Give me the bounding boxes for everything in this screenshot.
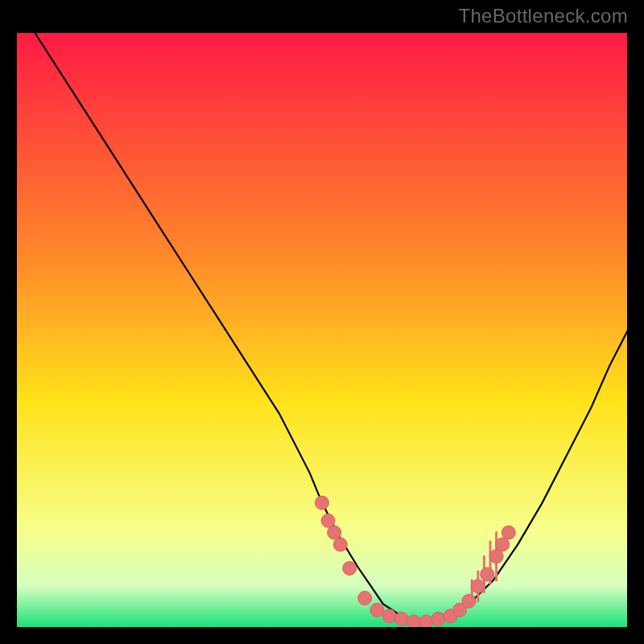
data-marker xyxy=(382,609,396,623)
bottleneck-chart xyxy=(16,32,628,628)
data-marker xyxy=(316,496,329,510)
watermark-text: TheBottleneck.com xyxy=(458,5,628,27)
data-marker xyxy=(321,514,335,527)
data-marker xyxy=(431,612,445,625)
data-marker xyxy=(370,603,384,617)
gradient-background xyxy=(16,32,628,628)
data-marker xyxy=(481,568,494,581)
data-marker xyxy=(343,562,357,576)
data-marker xyxy=(489,550,503,564)
data-marker xyxy=(462,594,476,608)
data-marker xyxy=(471,580,485,593)
data-marker xyxy=(419,615,433,628)
data-marker xyxy=(502,526,515,539)
data-marker xyxy=(407,615,421,628)
chart-frame xyxy=(16,32,628,628)
data-marker xyxy=(328,526,341,539)
data-marker xyxy=(496,538,510,551)
data-marker xyxy=(358,592,372,605)
data-marker xyxy=(333,538,347,551)
data-marker xyxy=(394,612,408,625)
